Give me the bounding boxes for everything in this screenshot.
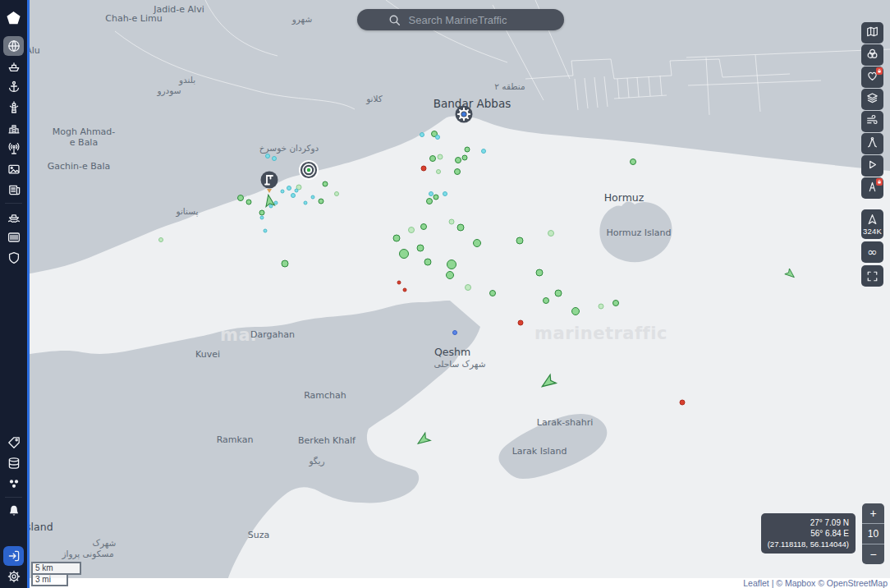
toolbar-map-style-button[interactable] — [861, 22, 883, 44]
vessel-arrow[interactable] — [539, 374, 556, 391]
vessel-dot[interactable] — [443, 191, 447, 196]
toolbar-weather-wind-button[interactable] — [861, 111, 883, 132]
vessel-dot[interactable] — [393, 235, 401, 242]
vessel-dot[interactable] — [548, 230, 554, 237]
sidebar-item-photos[interactable] — [3, 159, 24, 179]
vessel-dot[interactable] — [265, 154, 270, 158]
toolbar-filters-button[interactable] — [861, 44, 883, 66]
port-marker-bandar-abbas[interactable] — [453, 103, 475, 128]
vessel-dot[interactable] — [555, 290, 562, 297]
vessel-dot[interactable] — [260, 216, 264, 220]
vessel-dot[interactable] — [319, 199, 324, 204]
vessel-dot[interactable] — [612, 300, 619, 306]
vessel-count-panel[interactable]: 324K — [861, 209, 883, 239]
sidebar-item-settings[interactable] — [3, 567, 24, 586]
toolbar-measure-button[interactable] — [861, 133, 883, 154]
vessel-dot[interactable] — [438, 154, 443, 160]
sidebar-item-apps[interactable] — [3, 474, 24, 494]
sidebar-item-ports[interactable] — [3, 77, 24, 97]
vessel-dot[interactable] — [246, 200, 252, 205]
toolbar-playback-button[interactable] — [861, 155, 883, 177]
vessel-dot[interactable] — [403, 288, 407, 292]
vessel-dot[interactable] — [455, 157, 461, 163]
sidebar-item-tags[interactable] — [3, 433, 24, 452]
vessel-dot[interactable] — [457, 224, 465, 232]
port-facility-marker[interactable] — [259, 169, 280, 197]
vessel-dot[interactable] — [399, 249, 409, 259]
sidebar-item-scanner[interactable] — [3, 227, 24, 247]
vessel-dot[interactable] — [462, 155, 468, 161]
toolbar-favorites-button[interactable] — [861, 67, 883, 88]
map-attribution[interactable]: Leaflet | © Mapbox © OpenStreetMap — [30, 578, 890, 588]
vessel-dot[interactable] — [295, 189, 299, 193]
vessel-dot[interactable] — [465, 147, 470, 153]
vessel-dot[interactable] — [599, 304, 604, 310]
search-input[interactable] — [407, 13, 534, 27]
vessel-dot[interactable] — [465, 284, 471, 291]
sidebar-item-ais-stations[interactable] — [3, 139, 24, 158]
vessel-dot[interactable] — [420, 132, 424, 137]
sidebar-item-lights[interactable] — [3, 98, 24, 117]
vessel-dot[interactable] — [481, 149, 486, 154]
vessel-arrow[interactable] — [415, 433, 430, 448]
vessel-dot[interactable] — [323, 181, 328, 187]
vessel-dot[interactable] — [291, 193, 296, 198]
vessel-dot[interactable] — [311, 195, 315, 200]
vessel-dot[interactable] — [304, 201, 308, 205]
infinite-tracks-button[interactable]: ∞ — [861, 241, 883, 263]
vessel-dot[interactable] — [287, 186, 291, 191]
sidebar-item-voyages[interactable] — [3, 207, 24, 227]
sidebar-item-explore-map[interactable] — [3, 36, 24, 56]
vessel-dot[interactable] — [516, 237, 524, 245]
zoom-in-button[interactable]: + — [862, 503, 884, 523]
vessel-dot[interactable] — [449, 219, 455, 225]
vessel-dot[interactable] — [259, 210, 265, 216]
vessel-dot[interactable] — [420, 223, 427, 230]
toolbar-layers-button[interactable] — [861, 89, 883, 110]
vessel-dot[interactable] — [408, 227, 415, 233]
search-bar[interactable] — [357, 9, 564, 30]
vessel-dot[interactable] — [426, 198, 433, 204]
vessel-dot[interactable] — [518, 320, 524, 326]
vessel-dot[interactable] — [397, 281, 401, 285]
vessel-dot[interactable] — [435, 135, 440, 140]
vessel-dot[interactable] — [417, 245, 424, 252]
sidebar-item-protect[interactable] — [3, 248, 24, 268]
vessel-dot[interactable] — [473, 239, 481, 247]
vessel-dot[interactable] — [281, 190, 285, 194]
vessel-dot[interactable] — [429, 155, 436, 162]
vessel-dot[interactable] — [630, 158, 636, 165]
zoom-out-button[interactable]: − — [862, 544, 884, 564]
vessel-dot[interactable] — [264, 229, 268, 233]
vessel-dot[interactable] — [334, 191, 339, 196]
vessel-arrow[interactable] — [785, 269, 796, 280]
toolbar-routing-button[interactable] — [861, 177, 883, 199]
vessel-dot[interactable] — [434, 195, 439, 200]
vessel-dot[interactable] — [543, 297, 549, 304]
sidebar-item-news[interactable] — [3, 180, 24, 200]
sidebar-item-vessels[interactable] — [3, 57, 24, 76]
vessel-dot[interactable] — [237, 195, 244, 201]
sidebar-item-port-facilities[interactable] — [3, 118, 24, 138]
beacon-marker[interactable] — [297, 158, 320, 185]
sidebar-item-notifications[interactable] — [3, 501, 24, 521]
vessel-dot[interactable] — [454, 168, 461, 175]
vessel-dot[interactable] — [680, 400, 686, 406]
vessel-dot[interactable] — [536, 269, 544, 277]
vessel-dot[interactable] — [436, 169, 441, 174]
vessel-dot[interactable] — [158, 237, 163, 242]
sidebar-item-data[interactable] — [3, 453, 24, 473]
vessel-dot[interactable] — [452, 330, 457, 335]
vessel-dot[interactable] — [424, 259, 432, 266]
fullscreen-button[interactable] — [861, 265, 883, 287]
map-canvas[interactable]: marinetraffic mar Jadid-e AlviChah-e Lim… — [0, 0, 890, 588]
vessel-dot[interactable] — [282, 260, 289, 268]
vessel-dot[interactable] — [272, 156, 277, 161]
marinetraffic-logo-icon[interactable] — [0, 0, 27, 36]
vessel-dot[interactable] — [446, 271, 454, 279]
sidebar-item-login[interactable] — [3, 546, 24, 566]
vessel-dot[interactable] — [447, 260, 456, 269]
vessel-dot[interactable] — [421, 166, 427, 172]
vessel-dot[interactable] — [571, 307, 580, 315]
vessel-dot[interactable] — [489, 290, 496, 296]
